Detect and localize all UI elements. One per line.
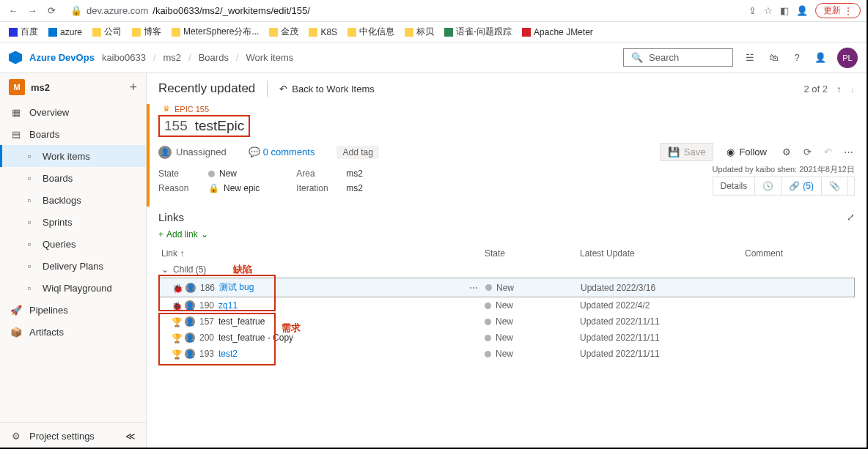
view-title[interactable]: Recently updated (158, 81, 255, 96)
sidebar-item[interactable]: ▫Queries (0, 233, 146, 255)
sidebar-item[interactable]: ▫Delivery Plans (0, 255, 146, 277)
person-icon: 👤 (185, 316, 195, 327)
link-row[interactable]: 🏆👤200test_featrue - CopyNewUpdated 2022/… (158, 330, 855, 346)
link-title[interactable]: test2 (218, 349, 238, 359)
sidebar-item[interactable]: ▫Work items (0, 145, 146, 167)
product-name[interactable]: Azure DevOps (29, 52, 95, 63)
add-tag-button[interactable]: Add tag (336, 146, 378, 159)
expand-icon[interactable]: ⤢ (847, 212, 855, 223)
revert-icon[interactable]: ↶ (821, 146, 834, 159)
bookmark-item[interactable]: 博客 (132, 26, 161, 38)
link-row[interactable]: 🏆👤193test2NewUpdated 2022/11/11 (158, 346, 855, 362)
back-to-work-items[interactable]: ↶ Back to Work Items (279, 84, 374, 94)
gear-icon[interactable]: ⚙ (780, 146, 793, 159)
bookmark-item[interactable]: 语雀-问题跟踪 (444, 26, 512, 38)
crumb-section[interactable]: Boards (199, 52, 229, 63)
profile-icon[interactable]: 👤 (796, 5, 808, 16)
bookmark-item[interactable]: 公司 (92, 26, 122, 38)
star-icon[interactable]: ☆ (764, 5, 773, 16)
search-input[interactable]: 🔍 Search (623, 48, 733, 67)
address-bar[interactable]: 🔒 dev.azure.com/kaibo0633/ms2/_workitems… (67, 5, 740, 16)
link-title[interactable]: test_featrue (218, 316, 265, 327)
attachment-icon: 📎 (829, 181, 840, 191)
sidebar-item[interactable]: ▤Boards (0, 123, 146, 145)
row-more-icon[interactable]: ⋯ (469, 283, 478, 293)
comments-link[interactable]: 💬 0 comments (249, 146, 315, 157)
crumb-org[interactable]: kaibo0633 (102, 52, 146, 63)
bookmark-item[interactable]: 百度 (9, 26, 38, 38)
add-icon[interactable]: + (129, 80, 137, 95)
add-link-button[interactable]: + Add link ⌄ (158, 229, 855, 240)
follow-button[interactable]: ◉ Follow (721, 144, 773, 160)
area-value[interactable]: ms2 (346, 168, 363, 179)
save-icon: 💾 (668, 146, 680, 157)
bookmark-item[interactable]: azure (48, 27, 82, 37)
filter-icon[interactable]: ☱ (743, 51, 757, 64)
reload-icon[interactable]: ⟳ (44, 5, 59, 16)
sidebar: M ms2 + ▦Overview▤Boards▫Work items▫Boar… (0, 73, 147, 449)
feature-icon: 🏆 (172, 349, 180, 358)
tab-history[interactable]: 🕓 (755, 177, 781, 195)
bookmark-item[interactable]: 标贝 (405, 26, 434, 38)
bag-icon[interactable]: 🛍 (767, 51, 780, 64)
link-row[interactable]: 🐞👤190zq11NewUpdated 2022/4/2 (158, 297, 855, 313)
forward-icon[interactable]: → (25, 5, 40, 16)
bookmark-item[interactable]: MeterSphere分布... (172, 26, 259, 38)
bug-icon: 🐞 (172, 283, 181, 292)
work-item-type: EPIC 155 (174, 105, 209, 114)
sidebar-item[interactable]: ▫Boards (0, 167, 146, 189)
panel-icon[interactable]: ◧ (780, 5, 789, 16)
crumb-page[interactable]: Work items (246, 52, 294, 63)
link-row[interactable]: 🏆👤157test_featrueNewUpdated 2022/11/11 (158, 313, 855, 330)
help-icon[interactable]: ? (790, 51, 803, 64)
project-settings-link[interactable]: Project settings (29, 431, 95, 442)
azure-header: Azure DevOps kaibo0633 / ms2 / Boards / … (0, 42, 867, 73)
link-title[interactable]: 测试 bug (219, 281, 254, 294)
link-row[interactable]: 🐞👤186测试 bug⋯NewUpdated 2022/3/16 (158, 278, 855, 297)
bookmark-item[interactable]: K8S (309, 27, 337, 37)
prev-item-icon[interactable]: ↑ (836, 84, 842, 94)
user-settings-icon[interactable]: 👤 (814, 51, 827, 64)
refresh-icon[interactable]: ⟳ (801, 146, 814, 159)
bug-icon: 🐞 (172, 301, 180, 310)
ado-logo-icon[interactable] (9, 51, 22, 64)
iteration-value[interactable]: ms2 (346, 183, 363, 193)
rocket-icon: 🚀 (10, 304, 22, 316)
work-item-title: testEpic (195, 118, 245, 134)
update-button[interactable]: 更新⋮ (815, 3, 861, 18)
tab-details[interactable]: Details (713, 177, 756, 195)
link-icon: 🔗 (789, 181, 800, 191)
more-icon[interactable]: ⋯ (842, 146, 855, 159)
work-item-title-row[interactable]: 155 testEpic (158, 115, 250, 137)
reason-value[interactable]: 🔒New epic (208, 183, 260, 193)
link-title[interactable]: zq11 (218, 300, 238, 311)
tab-links[interactable]: 🔗(5) (781, 177, 822, 195)
share-icon[interactable]: ⇪ (749, 5, 757, 16)
assignee-field[interactable]: 👤 Unassigned (158, 146, 227, 159)
bookmark-item[interactable]: Apache JMeter (522, 27, 593, 37)
feature-icon: 🏆 (172, 333, 180, 342)
bookmark-item[interactable]: 金茂 (269, 26, 298, 38)
next-item-icon[interactable]: ↓ (850, 84, 856, 94)
sidebar-item[interactable]: ▫Backlogs (0, 189, 146, 211)
sidebar-item[interactable]: ▫Wiql Playground (0, 277, 146, 299)
sidebar-item[interactable]: 🚀Pipelines (0, 299, 146, 321)
grid-icon: ▦ (10, 106, 22, 118)
plus-icon: + (158, 229, 163, 240)
url-path: /kaibo0633/ms2/_workitems/edit/155/ (152, 5, 310, 16)
sidebar-item[interactable]: 📦Artifacts (0, 321, 146, 343)
child-group-header[interactable]: ⌄ Child (5) (158, 261, 855, 278)
project-name[interactable]: ms2 (31, 82, 129, 93)
back-icon[interactable]: ← (6, 5, 21, 16)
state-value[interactable]: New (208, 168, 237, 179)
crumb-project[interactable]: ms2 (163, 52, 182, 63)
bookmark-item[interactable]: 中化信息 (347, 26, 394, 38)
lock-small-icon: 🔒 (208, 183, 219, 193)
avatar[interactable]: PL (837, 48, 858, 68)
collapse-icon[interactable]: ≪ (125, 431, 136, 442)
sidebar-item[interactable]: ▦Overview (0, 101, 146, 123)
tab-attachments[interactable]: 📎 (822, 177, 848, 195)
gear-icon: ⚙ (10, 430, 22, 442)
sidebar-item[interactable]: ▫Sprints (0, 211, 146, 233)
save-button: 💾 Save (660, 143, 714, 161)
